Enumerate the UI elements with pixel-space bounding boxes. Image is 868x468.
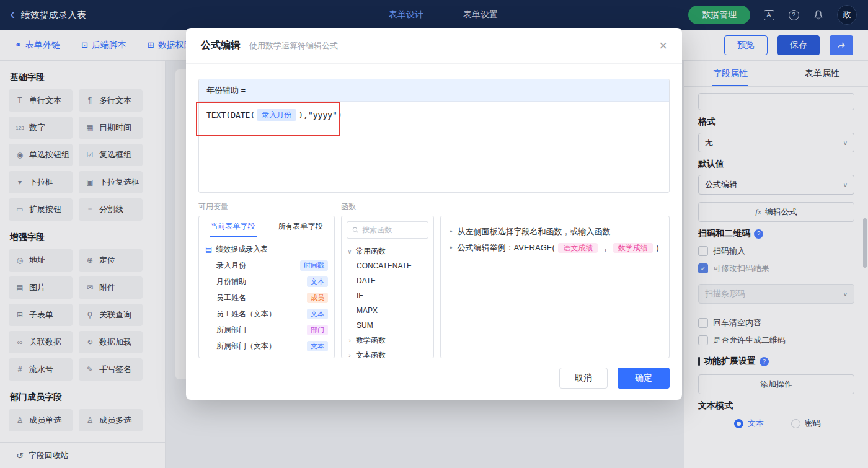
field-type-tag: 文本	[307, 341, 328, 351]
tip-line-2: • 公式编辑举例：AVERAGE( 语文成绩 ， 数学成绩 )	[450, 240, 660, 256]
modal-title: 公式编辑	[201, 39, 241, 52]
close-icon[interactable]: ×	[659, 39, 667, 53]
functions-label: 函数	[341, 201, 356, 212]
function-group-math[interactable]: › 数学函数	[342, 333, 433, 348]
formula-text-post: ),"yyyy")	[298, 110, 342, 120]
formula-editor-body[interactable]: TEXT(DATE( 录入月份 ),"yyyy")	[199, 102, 669, 128]
modal-footer: 取消 确定	[559, 368, 670, 389]
field-type-tag: 文本	[307, 309, 328, 319]
search-icon	[352, 226, 358, 234]
tip-line-1: • 从左侧面板选择字段名和函数，或输入函数	[450, 224, 660, 240]
bullet-icon: •	[450, 240, 453, 256]
formula-editor: 年份辅助 = TEXT(DATE( 录入月份 ),"yyyy")	[198, 79, 670, 193]
tab-all-form-fields[interactable]: 所有表单字段	[267, 216, 334, 237]
panel-labels: 可用变量 函数	[198, 201, 670, 212]
variables-tabs: 当前表单字段 所有表单字段	[199, 216, 334, 237]
bullet-icon: •	[450, 224, 453, 240]
function-search-box	[347, 221, 428, 239]
tips-panel: • 从左侧面板选择字段名和函数，或输入函数 • 公式编辑举例：AVERAGE( …	[440, 216, 670, 358]
confirm-button[interactable]: 确定	[618, 368, 670, 389]
variables-panel: 当前表单字段 所有表单字段 ▤ 绩效提成录入表 录入月份 时间戳 月份辅助 文本…	[198, 216, 335, 358]
chevron-right-icon: ›	[347, 352, 353, 359]
variables-label: 可用变量	[198, 201, 341, 212]
chevron-down-icon: ∨	[347, 248, 353, 255]
example-field-pill: 语文成绩	[558, 243, 598, 253]
function-search-input[interactable]	[362, 226, 423, 234]
example-field-pill: 数学成绩	[613, 243, 653, 253]
tab-current-form-fields[interactable]: 当前表单字段	[199, 216, 267, 237]
chevron-right-icon: ›	[347, 337, 353, 344]
variables-list: ▤ 绩效提成录入表 录入月份 时间戳 月份辅助 文本 员工姓名 成员 员工姓名（…	[199, 237, 334, 358]
cancel-button[interactable]: 取消	[559, 368, 608, 389]
function-group-text[interactable]: › 文本函数	[342, 348, 433, 358]
function-item[interactable]: DATE	[342, 273, 433, 288]
formula-text-pre: TEXT(DATE(	[206, 110, 255, 120]
field-type-tag: 文本	[307, 276, 328, 287]
formula-editor-title: 年份辅助 =	[199, 79, 669, 102]
variable-row[interactable]: 员工姓名 成员	[199, 289, 334, 306]
variable-row[interactable]: 所属部门（文本） 文本	[199, 338, 334, 354]
formula-edit-modal: 公式编辑 使用数学运算符编辑公式 × 年份辅助 = TEXT(DATE( 录入月…	[186, 28, 682, 400]
variable-row[interactable]: 月份辅助 文本	[199, 273, 334, 289]
form-doc-icon: ▤	[205, 245, 212, 254]
functions-list: ∨ 常用函数 CONCATENATE DATE IF MAPX SUM › 数学…	[342, 244, 433, 358]
functions-panel: ∨ 常用函数 CONCATENATE DATE IF MAPX SUM › 数学…	[341, 216, 434, 358]
function-item[interactable]: MAPX	[342, 303, 433, 318]
function-item[interactable]: SUM	[342, 318, 433, 333]
formula-field-pill[interactable]: 录入月份	[257, 109, 296, 121]
field-type-tag: 成员	[307, 293, 328, 303]
function-item[interactable]: CONCATENATE	[342, 258, 433, 273]
function-item[interactable]: IF	[342, 288, 433, 303]
modal-header: 公式编辑 使用数学运算符编辑公式 ×	[186, 28, 682, 64]
variable-row[interactable]: 所属部门 部门	[199, 322, 334, 338]
modal-subtitle: 使用数学运算符编辑公式	[249, 40, 338, 51]
form-node[interactable]: ▤ 绩效提成录入表	[199, 241, 334, 257]
field-type-tag: 时间戳	[300, 260, 328, 271]
tip-example: 公式编辑举例：AVERAGE( 语文成绩 ， 数学成绩 )	[458, 240, 659, 256]
function-group-common[interactable]: ∨ 常用函数	[342, 244, 433, 258]
modal-columns: 当前表单字段 所有表单字段 ▤ 绩效提成录入表 录入月份 时间戳 月份辅助 文本…	[198, 216, 670, 358]
variable-row[interactable]: 录入月份 时间戳	[199, 257, 334, 273]
variable-row[interactable]: 员工姓名（文本） 文本	[199, 306, 334, 322]
field-type-tag: 部门	[307, 325, 328, 335]
